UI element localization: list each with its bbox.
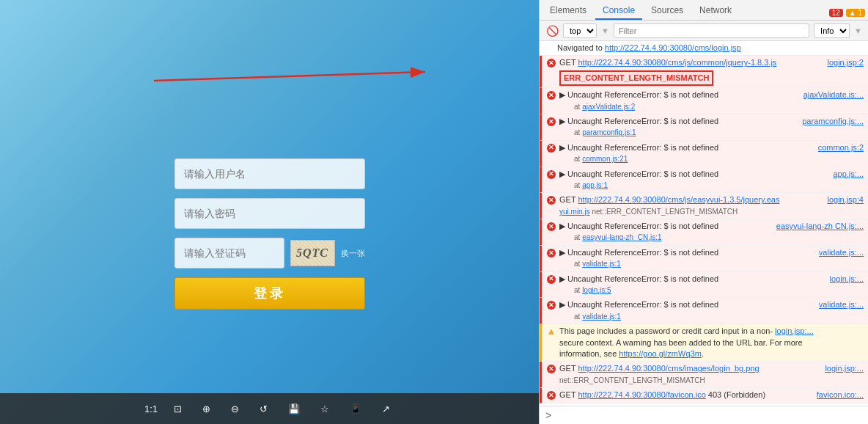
log-source[interactable]: login.js:...: [830, 274, 864, 285]
log-text: ▶ Uncaught ReferenceError: $ is not defi…: [559, 169, 830, 191]
save-icon[interactable]: 💾: [284, 401, 304, 417]
common-link[interactable]: common.js:21: [582, 155, 628, 163]
warn-icon: ▲: [546, 326, 556, 337]
log-text: ▶ Uncaught ReferenceError: $ is not defi…: [559, 142, 815, 165]
devtools-toolbar: 🚫 top ▼ Info ▼: [540, 21, 868, 41]
log-source[interactable]: login.jsp:2: [827, 57, 864, 68]
log-text: ▶ Uncaught ReferenceError: $ is not defi…: [559, 299, 816, 322]
bottom-toolbar: 1:1 ⊡ ⊕ ⊖ ↺ 💾 ☆ 📱 ↗: [0, 393, 539, 424]
log-entry: ✕ GET http://222.74.4.90:30080/cms/image…: [540, 362, 868, 388]
log-text: ▶ Uncaught ReferenceError: $ is not defi…: [559, 247, 816, 270]
error-icon: ✕: [546, 58, 556, 68]
error-icon: ✕: [546, 90, 556, 100]
log-source[interactable]: login.jsp:4: [827, 194, 864, 205]
app-link[interactable]: app.js:1: [582, 181, 608, 189]
error-icon: ✕: [546, 117, 556, 127]
captcha-image: 5QTC: [290, 240, 335, 266]
login-js-link[interactable]: login.js:5: [582, 286, 611, 294]
log-entry: ✕ ▶ Uncaught ReferenceError: $ is not de…: [540, 141, 868, 167]
phone-icon[interactable]: 📱: [345, 401, 366, 417]
error-icon: ✕: [546, 390, 556, 401]
devtools-tabs: Elements Console Sources Network 12 ▲ 1: [540, 0, 868, 21]
warn-badge: ▲ 1: [846, 9, 865, 17]
log-entry: ✕ GET http://222.74.4.90:30080/cms/js/co…: [540, 56, 868, 88]
get-jquery-link[interactable]: http://222.74.4.90:30080/cms/js/common/j…: [578, 58, 776, 67]
log-text: ▶ Uncaught ReferenceError: $ is not defi…: [559, 116, 799, 139]
log-entry: ✕ ▶ Uncaught ReferenceError: $ is not de…: [540, 167, 868, 194]
fit-icon[interactable]: ⊡: [169, 401, 186, 417]
error-icon: ✕: [546, 222, 556, 232]
devtools-panel: Elements Console Sources Network 12 ▲ 1 …: [539, 0, 868, 424]
tab-sources[interactable]: Sources: [644, 2, 691, 20]
stop-icon[interactable]: 🚫: [545, 24, 559, 37]
password-input[interactable]: [174, 198, 365, 229]
validate-link1[interactable]: validate.js:1: [582, 260, 621, 268]
error-icon: ✕: [546, 143, 556, 153]
log-source[interactable]: app.js:...: [833, 169, 864, 180]
error-icon: ✕: [546, 300, 556, 310]
easyvui-lang-link[interactable]: easyvui-lang-zh_CN.js:1: [582, 233, 661, 241]
console-log: Navigated to http://222.74.4.90:30080/cm…: [540, 41, 868, 406]
error-icon: ✕: [546, 195, 556, 205]
validate-link2[interactable]: validate.js:1: [582, 312, 621, 321]
log-entry: Navigated to http://222.74.4.90:30080/cm…: [540, 41, 868, 56]
refresh-icon[interactable]: ↺: [255, 401, 272, 417]
favicon-link[interactable]: http://222.74.4.90:30080/favicon.ico: [578, 390, 705, 399]
browser-page: 5QTC 换一张 登录 1:1 ⊡ ⊕ ⊖ ↺ 💾 ☆ 📱 ↗: [0, 0, 539, 424]
log-source[interactable]: validate.js:...: [819, 247, 864, 258]
log-entry: ✕ GET http://222.74.4.90:30080/cms/js/ea…: [540, 193, 868, 219]
log-text: Navigated to http://222.74.4.90:30080/cm…: [557, 43, 864, 54]
info-select[interactable]: Info: [814, 23, 850, 38]
log-text: This page includes a password or credit …: [559, 326, 864, 359]
err-highlight: ERR_CONTENT_LENGTH_MISMATCH: [564, 73, 709, 82]
zoom-in-icon[interactable]: ⊕: [198, 401, 215, 417]
log-text: ▶ Uncaught ReferenceError: $ is not defi…: [559, 274, 827, 296]
login-bg-link[interactable]: http://222.74.4.90:30080/cms/images/logi…: [578, 364, 759, 373]
level-select[interactable]: top: [563, 23, 597, 38]
error-badge: 12: [829, 9, 843, 17]
tab-network[interactable]: Network: [692, 2, 739, 20]
log-text: ▶ Uncaught ReferenceError: $ is not defi…: [559, 89, 801, 112]
login-button[interactable]: 登录: [174, 277, 365, 310]
log-entry: ✕ ▶ Uncaught ReferenceError: $ is not de…: [540, 272, 868, 299]
paramconfig-link[interactable]: paramconfig.js:1: [582, 128, 636, 136]
captcha-text: 5QTC: [296, 246, 328, 260]
log-source[interactable]: common.js:2: [818, 142, 864, 153]
log-text: GET http://222.74.4.90:30080/cms/images/…: [559, 363, 822, 386]
log-source[interactable]: paramconfig.js:...: [802, 116, 864, 127]
filter-input[interactable]: [614, 23, 809, 38]
log-entry: ✕ ▶ Uncaught ReferenceError: $ is not de…: [540, 88, 868, 114]
bookmark-icon[interactable]: ☆: [316, 401, 334, 417]
log-source[interactable]: login.jsp:...: [825, 363, 864, 374]
ajaxvalidate-link[interactable]: ajaxValidate.js:2: [582, 103, 635, 111]
log-entry: ✕ ▶ Uncaught ReferenceError: $ is not de…: [540, 114, 868, 141]
captcha-row: 5QTC 换一张: [174, 238, 365, 268]
username-input[interactable]: [174, 158, 365, 189]
easyvui-link[interactable]: http://222.74.4.90:30080/cms/js/easyvui-…: [578, 195, 779, 204]
zoom-out-icon[interactable]: ⊖: [227, 401, 243, 417]
yui-link[interactable]: yui.min.js: [559, 208, 590, 216]
share-icon[interactable]: ↗: [378, 401, 394, 417]
red-arrow-annotation: [147, 59, 455, 103]
log-entry: ✕ ▶ Uncaught ReferenceError: $ is not de…: [540, 219, 868, 246]
log-source[interactable]: validate.js:...: [819, 299, 864, 310]
log-text: GET http://222.74.4.90:30080/cms/js/comm…: [559, 57, 824, 86]
log-source[interactable]: ajaxValidate.is:...: [803, 89, 864, 100]
captcha-input[interactable]: [174, 238, 284, 268]
error-icon: ✕: [546, 364, 556, 374]
log-text: GET http://222.74.4.90:30080/favicon.ico…: [559, 390, 814, 401]
error-icon: ✕: [546, 169, 556, 180]
log-source[interactable]: favicon.ico:...: [817, 390, 864, 401]
log-source[interactable]: easyvui-lang-zh CN.js:...: [776, 221, 864, 232]
tab-console[interactable]: Console: [595, 2, 642, 20]
tab-elements[interactable]: Elements: [542, 2, 594, 20]
log-entry: ✕ ▶ Uncaught ReferenceError: $ is not de…: [540, 246, 868, 272]
refresh-captcha-link[interactable]: 换一张: [341, 248, 365, 259]
error-icon: ✕: [546, 248, 556, 258]
prompt-arrow: >: [545, 409, 551, 421]
info-icon: [544, 43, 554, 54]
navigate-link[interactable]: http://222.74.4.90:30080/cms/login.jsp: [605, 43, 741, 52]
warning-info-link[interactable]: https://goo.gl/zmWq3m: [619, 349, 702, 358]
login-warning-link[interactable]: login.jsp:...: [775, 326, 814, 335]
log-text: GET http://222.74.4.90:30080/cms/js/easy…: [559, 194, 824, 217]
